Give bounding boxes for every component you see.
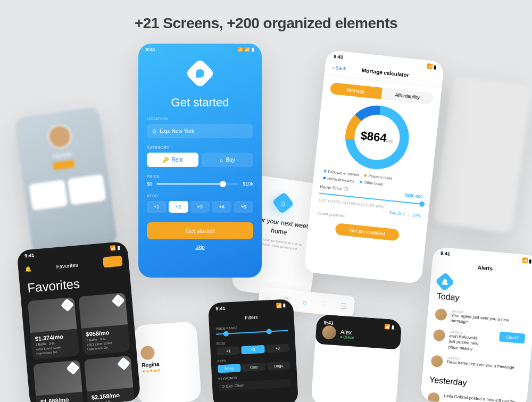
donut-chart: $864/mo: [342, 102, 412, 172]
monthly-amount: $864: [360, 129, 387, 145]
price-label: PRICE: [147, 174, 253, 178]
screen-title: Get started: [138, 96, 262, 110]
page-headline: +21 Screens, +200 organized elements: [135, 15, 397, 32]
bed-option[interactable]: +3: [190, 201, 210, 213]
favorite-icon[interactable]: [112, 294, 125, 307]
bed-filter[interactable]: +1: [217, 346, 240, 355]
nav-search-icon[interactable]: ⌕: [302, 297, 307, 306]
price-range-label: PRICE RANGE: [215, 324, 288, 331]
nav-profile-icon[interactable]: ☰: [340, 302, 348, 311]
prequalified-button[interactable]: Get pre-qualified: [335, 223, 400, 241]
alerts-screen: 9:41 📶 ▮ Alerts Today 2M AGO Your agent …: [420, 247, 532, 402]
bed-filter[interactable]: +2: [242, 345, 265, 354]
status-icons: 📶 📶 ▮: [237, 47, 254, 52]
beds-label: BEDS: [147, 194, 253, 198]
chat-screen: 9:41 📶 ▮ Alex ● Online: [311, 314, 402, 402]
home-price-label: Home Price ⓘ: [320, 184, 348, 192]
property-card[interactable]: $1.668/mo: [33, 360, 85, 402]
affordability-tab[interactable]: Affordability: [381, 88, 434, 105]
location-label: LOCATION: [147, 117, 253, 121]
pet-filter[interactable]: None: [218, 364, 241, 373]
reviews-screen: Regina ★★★★★: [132, 321, 202, 402]
favorite-icon[interactable]: [61, 298, 74, 312]
get-started-button[interactable]: Get started: [147, 222, 253, 239]
category-label: CATEGORY: [147, 146, 253, 149]
clear-button[interactable]: Clear?: [499, 331, 525, 344]
get-started-screen: 9:41 📶 📶 ▮ Get started LOCATION ⊙ Exp: N…: [138, 44, 262, 278]
info-icon[interactable]: ⓘ: [344, 186, 348, 192]
keywords-input[interactable]: ⊙ Exp: Clean: [219, 379, 292, 391]
bed-option[interactable]: +1: [147, 201, 167, 213]
bed-filter[interactable]: +3: [266, 344, 289, 353]
filters-screen: 9:41 📶 ▮ Filters PRICE RANGE BEDS +1 +2 …: [208, 299, 298, 402]
buy-toggle[interactable]: ⌂Buy: [202, 153, 253, 167]
favorite-icon[interactable]: [66, 361, 79, 374]
property-card[interactable]: $2.158/mo 2 Baths3 B.. Hiawassee GA: [84, 355, 136, 402]
search-icon: ⊙: [152, 128, 156, 134]
home-logo-icon: [272, 192, 294, 214]
home-icon: ⌂: [220, 157, 223, 163]
closing-costs-value: $40.000: [389, 211, 405, 217]
favorites-screen: 9:41 📶 ▮ 🔔 Favorites Favorites $1.374/mo…: [16, 241, 140, 402]
favorite-icon[interactable]: [117, 357, 130, 370]
view-toggle[interactable]: [103, 255, 123, 267]
property-card[interactable]: $1.374/mo 2 Baths3 B.. 4203 Limer Street…: [28, 297, 79, 360]
price-min: $0: [147, 181, 152, 187]
app-logo-icon: [185, 58, 215, 89]
mortgage-calculator-screen: 9:41 📶 ▮ ‹ Back Mortage calculator Morta…: [304, 50, 445, 284]
price-max: $10k: [243, 181, 253, 187]
nav-favorites-icon[interactable]: ♡: [320, 299, 328, 308]
skip-link[interactable]: Skip: [138, 245, 262, 250]
reviewer-avatar: [140, 346, 155, 361]
bed-option[interactable]: +5: [234, 201, 253, 213]
pet-filter[interactable]: Dogs: [267, 361, 290, 370]
profile-screen-blurred: Danielle: [14, 106, 118, 255]
bed-option[interactable]: +4: [212, 201, 231, 213]
price-slider[interactable]: [156, 183, 238, 185]
alert-avatar: [433, 329, 446, 341]
home-price-value: $200.000: [405, 192, 423, 200]
key-icon: 🔑: [162, 157, 169, 163]
alert-avatar: [427, 392, 440, 402]
status-time: 9:41: [146, 47, 155, 52]
pet-filter[interactable]: Cats: [242, 363, 265, 372]
rent-toggle[interactable]: 🔑Rent: [147, 153, 198, 167]
location-input[interactable]: ⊙ Exp: New York: [147, 124, 253, 138]
price-range-slider[interactable]: [216, 330, 288, 334]
mortgage-tab[interactable]: Mortage: [330, 82, 383, 99]
online-status: ● Online: [340, 334, 354, 339]
property-card[interactable]: $958/mo 2 Baths3 B.. 4203 Limer StreetHi…: [78, 292, 130, 355]
alert-avatar: [430, 355, 443, 367]
alerts-bell-icon: [435, 272, 455, 292]
bed-option[interactable]: +2: [169, 201, 188, 213]
alert-avatar: [435, 308, 447, 321]
blurred-screen-right: [433, 75, 532, 233]
screen-title: Favorites: [35, 260, 99, 271]
status-bar: 9:41 📶 📶 ▮: [138, 44, 262, 55]
closing-costs-percent: 20%: [412, 213, 421, 219]
bell-icon[interactable]: 🔔: [24, 266, 31, 272]
